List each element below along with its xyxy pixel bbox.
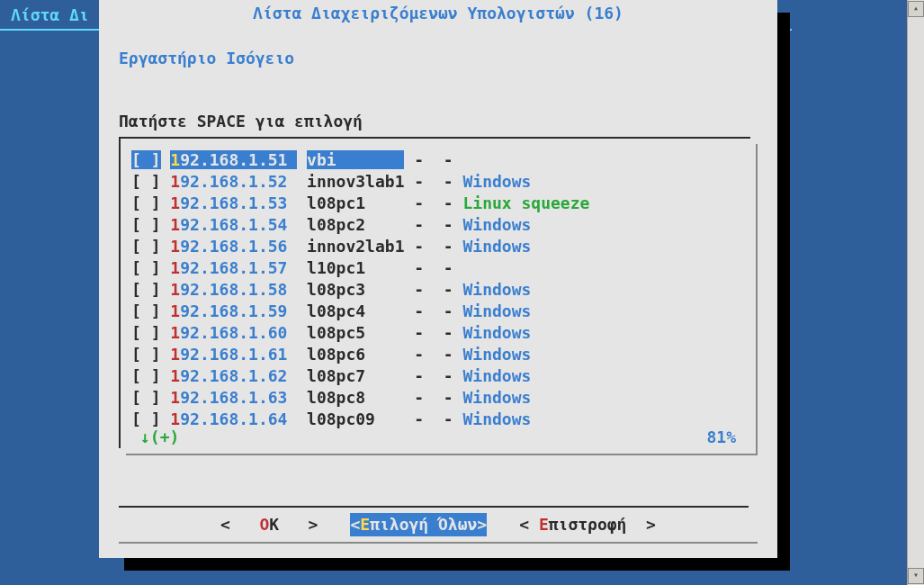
ip-address: 92.168.1.54 (180, 215, 297, 234)
checkbox-icon[interactable]: [ ] (131, 410, 161, 428)
ip-first-digit: 1 (170, 237, 180, 256)
ip-address: 92.168.1.61 (180, 345, 297, 364)
list-item[interactable]: [ ] 192.168.1.51 vbi - - (131, 149, 745, 171)
os-label: Windows (463, 237, 532, 256)
os-label: Windows (463, 323, 532, 342)
ip-first-digit: 1 (170, 410, 180, 428)
ip-address: 92.168.1.59 (180, 302, 297, 320)
list-item[interactable]: [ ] 192.168.1.62 l08pc7 - - Windows (131, 365, 745, 387)
ip-first-digit: 1 (170, 172, 180, 191)
dialog-hint: Πατήστε SPACE για επιλογή (119, 112, 363, 130)
os-label: Windows (463, 215, 532, 234)
listbox-border (756, 144, 758, 455)
ip-address: 92.168.1.53 (180, 194, 297, 212)
scroll-percent: 81% (706, 428, 736, 446)
checkbox-icon[interactable]: [ ] (131, 388, 161, 407)
list-item[interactable]: [ ] 192.168.1.57 l10pc1 - - (131, 257, 745, 279)
ip-first-digit: 1 (170, 366, 180, 385)
scroll-down-icon[interactable]: ▾ (908, 568, 924, 584)
checkbox-icon[interactable]: [ ] (131, 345, 161, 364)
os-label: Windows (463, 345, 532, 364)
checkbox-icon[interactable]: [ ] (131, 237, 161, 256)
host-name: l08pc2 (307, 215, 404, 234)
separator: - - (404, 280, 462, 299)
host-name: l08pc09 (307, 410, 404, 428)
checkbox-icon[interactable]: [ ] (131, 150, 161, 169)
ip-address: 92.168.1.56 (180, 237, 297, 256)
host-name: l08pc3 (307, 280, 404, 299)
host-name: innov2lab1 (307, 237, 404, 256)
host-name: l08pc7 (307, 366, 404, 385)
button-rule (119, 542, 758, 544)
separator: - - (404, 150, 462, 169)
ip-first-digit: 1 (170, 150, 180, 169)
separator: - - (404, 172, 462, 191)
separator: - - (404, 258, 462, 277)
host-name: l08pc5 (307, 323, 404, 342)
checkbox-icon[interactable]: [ ] (131, 194, 161, 212)
button-bar: < OK > <Επιλογή Όλων> < Επιστροφή > (119, 506, 758, 544)
ip-first-digit: 1 (170, 323, 180, 342)
window-scrollbar[interactable]: ▴ ▾ (907, 0, 924, 585)
select-all-button[interactable]: <Επιλογή Όλων> (350, 513, 487, 536)
os-label: Windows (463, 172, 532, 191)
checkbox-icon[interactable]: [ ] (131, 366, 161, 385)
ip-first-digit: 1 (170, 194, 180, 212)
listbox-footer: ↓(+) 81% (140, 428, 736, 446)
checkbox-icon[interactable]: [ ] (131, 258, 161, 277)
ip-address: 92.168.1.58 (180, 280, 297, 299)
checkbox-icon[interactable]: [ ] (131, 172, 161, 191)
ip-address: 92.168.1.62 (180, 366, 297, 385)
list-item[interactable]: [ ] 192.168.1.54 l08pc2 - - Windows (131, 214, 745, 236)
dialog-title: Λίστα Διαχειριζόμενων Υπολογιστών (16) (99, 4, 777, 22)
ip-first-digit: 1 (170, 302, 180, 320)
ok-button[interactable]: < OK > (220, 513, 318, 536)
checkbox-icon[interactable]: [ ] (131, 215, 161, 234)
host-name: l08pc6 (307, 345, 404, 364)
separator: - - (404, 323, 462, 342)
os-label: Windows (463, 280, 532, 299)
checkbox-icon[interactable]: [ ] (131, 280, 161, 299)
separator: - - (404, 366, 462, 385)
separator: - - (404, 215, 462, 234)
os-label: Windows (463, 366, 532, 385)
separator: - - (404, 388, 462, 407)
ip-first-digit: 1 (170, 388, 180, 407)
os-label: Windows (463, 302, 532, 320)
ip-address: 92.168.1.57 (180, 258, 297, 277)
list-item[interactable]: [ ] 192.168.1.56 innov2lab1 - - Windows (131, 236, 745, 257)
list-item[interactable]: [ ] 192.168.1.60 l08pc5 - - Windows (131, 322, 745, 344)
ip-address: 92.168.1.60 (180, 323, 297, 342)
host-name: l08pc1 (307, 194, 404, 212)
button-rule (119, 506, 749, 508)
checkbox-icon[interactable]: [ ] (131, 302, 161, 320)
list-item[interactable]: [ ] 192.168.1.63 l08pc8 - - Windows (131, 387, 745, 409)
checkbox-icon[interactable]: [ ] (131, 323, 161, 342)
host-name: l08pc4 (307, 302, 404, 320)
listbox-border (119, 137, 750, 139)
back-button[interactable]: < Επιστροφή > (519, 513, 656, 536)
host-listbox[interactable]: [ ] 192.168.1.51 vbi - - [ ] 192.168.1.5… (119, 137, 758, 455)
list-item[interactable]: [ ] 192.168.1.61 l08pc6 - - Windows (131, 344, 745, 365)
separator: - - (404, 194, 462, 212)
ip-first-digit: 1 (170, 215, 180, 234)
ip-address: 92.168.1.63 (180, 388, 297, 407)
separator: - - (404, 302, 462, 320)
listbox-border (119, 137, 121, 448)
ip-first-digit: 1 (170, 258, 180, 277)
list-item[interactable]: [ ] 192.168.1.53 l08pc1 - - Linux squeez… (131, 193, 745, 214)
os-label: Linux squeeze (463, 194, 590, 212)
ip-first-digit: 1 (170, 345, 180, 364)
dialog: Λίστα Διαχειριζόμενων Υπολογιστών (16) Ε… (99, 0, 777, 558)
host-name: l08pc8 (307, 388, 404, 407)
background-window-title: Λίστα Δι (11, 5, 89, 24)
ip-first-digit: 1 (170, 280, 180, 299)
list-item[interactable]: [ ] 192.168.1.52 innov3lab1 - - Windows (131, 171, 745, 193)
list-item[interactable]: [ ] 192.168.1.59 l08pc4 - - Windows (131, 301, 745, 322)
listbox-border (126, 454, 758, 455)
separator: - - (404, 237, 462, 256)
more-indicator: ↓(+) (140, 428, 179, 446)
list-item[interactable]: [ ] 192.168.1.58 l08pc3 - - Windows (131, 279, 745, 301)
scroll-up-icon[interactable]: ▴ (908, 1, 924, 17)
os-label: Windows (463, 388, 532, 407)
